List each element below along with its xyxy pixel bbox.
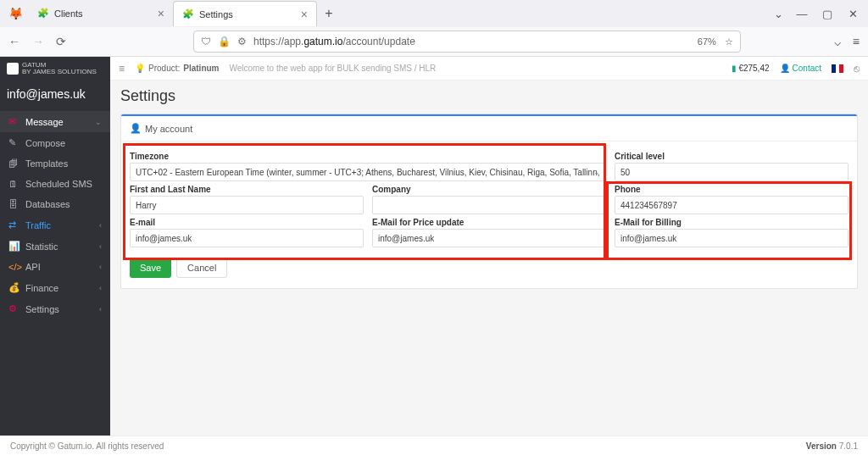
wallet-icon: ▮ [732,64,737,73]
url-field[interactable]: 🛡 🔒 ⚙ https://app.gatum.io/account/updat… [193,31,741,53]
timezone-select[interactable]: UTC+02 - Eastern European Time (winter, … [130,163,606,181]
sidebar-item-statistic[interactable]: 📊 Statistic ‹ [0,236,110,257]
brand-logo-icon [7,63,19,75]
email-price-label: E-Mail for Price update [372,214,606,229]
email-input[interactable] [130,229,364,247]
maximize-icon[interactable]: ▢ [821,8,834,20]
critical-label: Critical level [615,148,849,163]
app: GATUM BY JAMES SOLUTIONS info@james.uk ✉… [0,57,868,436]
timezone-label: Timezone [130,148,606,163]
settings-panel: 👤 My account Timezone UTC+02 - Eastern E… [120,114,858,289]
window-controls: ⌄ — ▢ ✕ [774,8,868,20]
sidebar-item-compose[interactable]: ✎ Compose [0,132,110,153]
user-icon: 👤 [130,123,142,134]
sidebar-item-label: Traffic [25,220,51,230]
shield-icon: 🛡 [201,36,211,47]
minimize-icon[interactable]: — [795,8,809,20]
product-name: Platinum [183,64,219,73]
sidebar-item-api[interactable]: </> API ‹ [0,257,110,277]
logout-icon[interactable]: ⎋ [854,63,860,75]
menu-icon[interactable]: ≡ [853,35,860,48]
database-icon: 🗄 [8,199,19,209]
timezone-value: UTC+02 - Eastern European Time (winter, … [136,168,600,177]
chevron-left-icon: ‹ [99,263,102,271]
page-title: Settings [120,87,858,105]
email-billing-input[interactable] [615,229,849,247]
nav-buttons: ← → ⟳ [8,35,66,48]
toolbar-right: ⌵ ≡ [834,35,860,48]
sidebar-item-label: API [25,262,41,272]
phone-input[interactable] [615,196,849,214]
company-label: Company [372,181,606,196]
browser-chrome: 🦊 🧩 Clients × 🧩 Settings × + ⌄ — ▢ ✕ ← →… [0,0,868,57]
button-row: Save Cancel [125,251,854,285]
compose-icon: ✎ [8,137,19,148]
sidebar-item-traffic[interactable]: ⇄ Traffic ‹ [0,214,110,236]
browser-tab-clients[interactable]: 🧩 Clients × [29,1,173,26]
tab-my-account[interactable]: 👤 My account [121,116,857,141]
page: Settings 👤 My account Timezone [110,80,868,296]
brand-sub: BY JAMES SOLUTIONS [22,69,97,75]
main: ≡ 💡 Product: Platinum Welcome to the web… [110,57,868,436]
balance[interactable]: ▮ €275,42 [732,64,770,73]
sidebar-item-label: Settings [25,304,59,314]
chart-icon: 📊 [8,241,19,252]
user-email: info@james.uk [0,80,110,111]
phone-label: Phone [615,181,849,196]
email-billing-label: E-Mail for Billing [615,214,849,229]
finance-icon: 💰 [8,282,19,293]
reload-icon[interactable]: ⟳ [56,35,66,48]
sidebar-item-label: Message [25,117,64,127]
name-input[interactable] [130,196,364,214]
code-icon: </> [8,262,19,272]
chevron-left-icon: ‹ [99,242,102,251]
tab-overflow-icon[interactable]: ⌄ [774,8,783,20]
critical-input[interactable] [615,163,849,181]
zoom-level[interactable]: 67% [698,36,716,47]
sidebar-item-settings[interactable]: ⚙ Settings ‹ [0,298,110,319]
product-indicator: 💡 Product: Platinum [135,64,219,73]
flag-icon[interactable] [832,64,843,73]
sidebar-item-scheduled[interactable]: 🗓 Scheduled SMS [0,174,110,194]
hamburger-icon[interactable]: ≡ [119,63,125,75]
sidebar-item-templates[interactable]: 🗐 Templates [0,153,110,174]
sidebar-item-label: Statistic [25,241,58,252]
contact-link[interactable]: 👤Contact [780,64,821,73]
close-window-icon[interactable]: ✕ [846,8,860,20]
sidebar-item-message[interactable]: ✉ Message ⌄ [0,111,110,132]
sidebar: GATUM BY JAMES SOLUTIONS info@james.uk ✉… [0,57,110,436]
sidebar-item-label: Finance [25,283,58,293]
save-button[interactable]: Save [130,258,171,278]
version: Version 7.0.1 [806,441,858,451]
back-icon[interactable]: ← [8,35,20,48]
new-tab-button[interactable]: + [317,2,341,25]
sidebar-item-label: Compose [25,138,65,148]
chevron-left-icon: ‹ [99,284,102,292]
calendar-icon: 🗓 [8,179,19,189]
tab-title: Clients [54,8,83,19]
sidebar-item-finance[interactable]: 💰 Finance ‹ [0,277,110,298]
email-label: E-mail [130,214,364,229]
bookmark-icon[interactable]: ☆ [725,36,733,47]
bulb-icon: 💡 [135,64,145,73]
contact-icon: 👤 [780,64,790,73]
firefox-icon: 🦊 [7,5,24,22]
traffic-icon: ⇄ [8,219,19,230]
pocket-icon[interactable]: ⌵ [834,35,841,48]
sidebar-item-databases[interactable]: 🗄 Databases [0,194,110,214]
close-icon[interactable]: × [158,7,164,20]
cancel-button[interactable]: Cancel [176,258,227,278]
panel-body: Timezone UTC+02 - Eastern European Time … [121,141,857,288]
chevron-left-icon: ‹ [99,305,102,314]
close-icon[interactable]: × [301,8,308,21]
envelope-icon: ✉ [8,116,19,127]
tab-strip: 🦊 🧩 Clients × 🧩 Settings × + ⌄ — ▢ ✕ [0,0,868,27]
company-input[interactable] [372,196,606,214]
product-label: Product: [148,64,180,73]
address-bar: ← → ⟳ 🛡 🔒 ⚙ https://app.gatum.io/account… [0,27,868,56]
chevron-left-icon: ‹ [99,221,102,230]
browser-tab-settings[interactable]: 🧩 Settings × [173,1,317,26]
gear-icon: ⚙ [8,303,19,314]
email-price-input[interactable] [372,229,606,247]
welcome-text: Welcome to the web app for BULK sending … [230,64,437,73]
